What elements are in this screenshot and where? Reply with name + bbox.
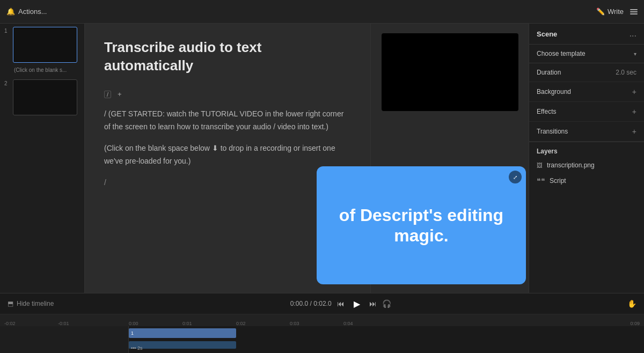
duration-row[interactable]: Duration 2.0 sec <box>529 63 644 82</box>
image-icon: 🖼 <box>537 162 543 168</box>
layer-name: transcription.png <box>547 161 595 169</box>
play-button[interactable]: ▶ <box>350 297 364 311</box>
video-preview-box <box>382 33 518 111</box>
slide-1[interactable]: 1 <box>0 24 84 66</box>
body-text-2: (Click on the blank space below ⬇ to dro… <box>104 142 351 168</box>
layers-label: Layers <box>537 148 558 155</box>
promo-overlay: ⤢ of Descript's editing magic. <box>317 166 526 284</box>
effects-add-icon: + <box>632 107 636 116</box>
clip-1-label: 1 <box>129 330 134 336</box>
body-text-1: / (GET STARTED: watch the TUTORIAL VIDEO… <box>104 108 351 134</box>
timeline-label-area <box>0 326 129 353</box>
slide-1-thumbnail <box>13 27 77 63</box>
timeline-hide-icon: ⬒ <box>8 300 13 307</box>
effects-row[interactable]: Effects + <box>529 102 644 122</box>
current-time-value: 0:00.0 <box>290 300 308 307</box>
timeline-tracks: 1 ••• 2s <box>0 326 644 353</box>
choose-template-label: Choose template <box>537 50 586 57</box>
slide-1-label: (Click on the blank s... <box>14 67 67 73</box>
ruler-mark-9: 0:09 <box>630 321 640 326</box>
editor-body: / + / (GET STARTED: watch the TUTORIAL V… <box>104 88 351 189</box>
pencil-icon: ✏️ <box>596 8 605 16</box>
transitions-row[interactable]: Transitions + <box>529 122 644 142</box>
timeline-clip-2[interactable] <box>129 341 236 349</box>
scene-more-button[interactable]: ... <box>630 29 636 39</box>
ruler-mark-neg1: -0:01 <box>58 321 69 326</box>
expand-button[interactable]: ⤢ <box>509 171 522 183</box>
total-time-value: 0:02.0 <box>313 300 331 307</box>
slide-1-label-row: (Click on the blank s... <box>0 66 84 76</box>
timeline-clip-1[interactable]: 1 <box>129 328 236 338</box>
list-icon[interactable] <box>630 9 638 14</box>
slides-sidebar: 1 (Click on the blank s... 2 <box>0 24 85 293</box>
timeline-transport: ⏮ ▶ ⏭ 🎧 <box>337 297 391 311</box>
ruler-mark-neg2: -0:02 <box>4 321 16 326</box>
hide-timeline-button[interactable]: ⬒ Hide timeline <box>8 300 54 307</box>
quote-icon: ❝❝ <box>537 176 545 185</box>
background-add-icon: + <box>632 87 636 96</box>
script-label: Script <box>550 177 566 185</box>
chevron-down-icon: ▾ <box>634 51 636 57</box>
ruler-mark-1: 0:01 <box>182 321 192 326</box>
ruler-mark-0: 0:00 <box>129 321 138 326</box>
slash-add-row: / + <box>104 88 351 101</box>
cursor-slash: / <box>104 176 351 189</box>
slide-2-number: 2 <box>4 80 10 86</box>
layers-header: Layers <box>529 142 644 158</box>
scene-title: Scene <box>537 30 557 38</box>
promo-text: of Descript's editing magic. <box>317 194 526 257</box>
skip-forward-button[interactable]: ⏭ <box>369 299 377 308</box>
slide-2-thumbnail <box>13 79 77 115</box>
transitions-label: Transitions <box>537 128 568 135</box>
timeline-controls: ⬒ Hide timeline 0:00.0 / 0:02.0 ⏮ ▶ ⏭ 🎧 … <box>0 293 644 314</box>
topbar: 🔔 Actions... ✏️ Write <box>0 0 644 24</box>
editor-title: Transcribe audio to text automatically <box>104 39 351 75</box>
script-row[interactable]: ❝❝ Script <box>529 172 644 189</box>
ruler-mark-3: 0:03 <box>290 321 299 326</box>
background-label: Background <box>537 88 571 95</box>
scene-panel: Scene ... Choose template ▾ Duration 2.0… <box>529 24 644 293</box>
slide-1-number: 1 <box>4 28 10 34</box>
effects-label: Effects <box>537 108 556 115</box>
ruler-mark-4: 0:04 <box>343 321 353 326</box>
hide-timeline-label: Hide timeline <box>17 300 54 307</box>
headphone-icon[interactable]: 🎧 <box>382 299 391 308</box>
slash-indicator: / <box>104 91 111 98</box>
actions-button[interactable]: 🔔 Actions... <box>6 8 47 16</box>
ruler-mark-2: 0:02 <box>236 321 246 326</box>
timeline-area: ⬒ Hide timeline 0:00.0 / 0:02.0 ⏮ ▶ ⏭ 🎧 … <box>0 293 644 353</box>
transitions-add-icon: + <box>632 127 636 136</box>
layer-item-transcription[interactable]: 🖼 transcription.png <box>529 158 644 172</box>
duration-value: 2.0 sec <box>616 69 636 76</box>
duration-label: Duration <box>537 69 561 76</box>
actions-label: Actions... <box>18 8 47 16</box>
actions-icon: 🔔 <box>6 8 15 16</box>
timeline-current-time: 0:00.0 / 0:02.0 <box>290 300 332 307</box>
choose-template-row[interactable]: Choose template ▾ <box>529 45 644 63</box>
write-button[interactable]: ✏️ Write <box>596 8 624 16</box>
drag-icon[interactable]: ✋ <box>627 299 636 308</box>
add-button[interactable]: + <box>118 90 122 98</box>
scene-header: Scene ... <box>529 24 644 45</box>
timeline-main-area: 1 ••• 2s <box>129 326 644 353</box>
background-row[interactable]: Background + <box>529 82 644 102</box>
skip-back-button[interactable]: ⏮ <box>337 299 345 308</box>
timeline-ruler: -0:02 -0:01 0:00 0:01 0:02 0:03 0:04 0:0… <box>0 314 644 326</box>
slide-2[interactable]: 2 <box>0 76 84 119</box>
write-label: Write <box>608 8 624 16</box>
timeline-ellipsis-label: ••• 2s <box>131 345 142 351</box>
